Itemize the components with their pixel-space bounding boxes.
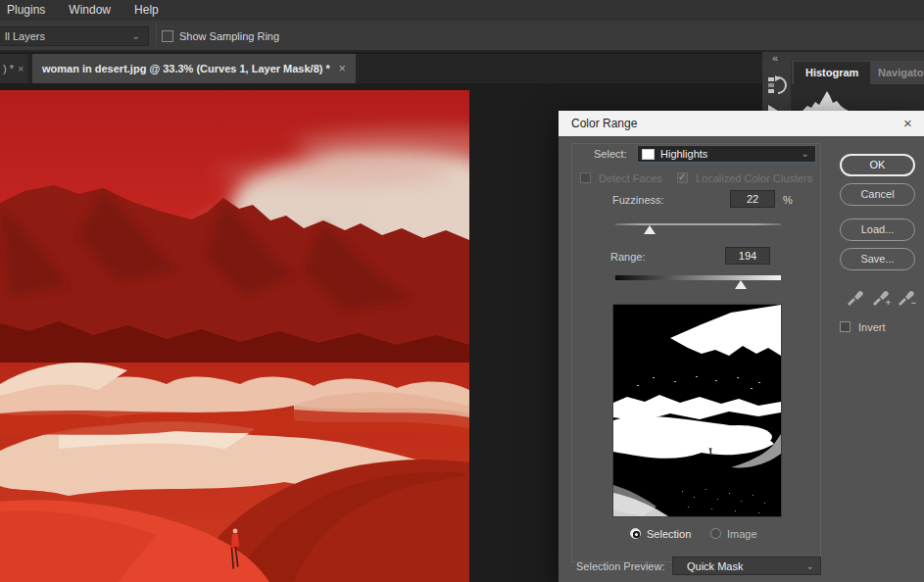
fuzziness-slider-thumb[interactable] bbox=[644, 225, 656, 234]
history-panel-icon[interactable] bbox=[767, 73, 789, 97]
invert-label: Invert bbox=[858, 321, 886, 333]
range-label: Range: bbox=[610, 251, 645, 263]
close-icon[interactable]: × bbox=[18, 63, 24, 74]
dialog-title-bar[interactable]: Color Range × bbox=[559, 111, 924, 136]
load-button[interactable]: Load... bbox=[840, 218, 915, 241]
photoshop-window: Plugins Window Help ll Layers ⌄ Show Sam… bbox=[0, 0, 924, 582]
tab-histogram[interactable]: Histogram bbox=[794, 62, 870, 84]
menu-plugins[interactable]: Plugins bbox=[0, 0, 57, 21]
eyedropper-plus-icon[interactable]: + bbox=[870, 285, 890, 307]
close-icon[interactable]: × bbox=[339, 54, 346, 83]
detect-faces-label: Detect Faces bbox=[599, 172, 662, 184]
detect-faces-checkbox[interactable] bbox=[580, 172, 591, 183]
select-label: Select: bbox=[594, 148, 627, 160]
selection-preview-dropdown[interactable]: Quick Mask ⌄ bbox=[672, 557, 821, 575]
selection-preview-value: Quick Mask bbox=[687, 558, 743, 575]
ok-button[interactable]: OK bbox=[840, 154, 915, 176]
invert-checkbox[interactable] bbox=[840, 321, 851, 332]
image-radio-label: Image bbox=[727, 528, 757, 540]
menu-window[interactable]: Window bbox=[57, 0, 122, 21]
desert-image bbox=[0, 90, 469, 582]
range-slider-thumb[interactable] bbox=[735, 280, 747, 289]
fuzziness-label: Fuzziness: bbox=[612, 194, 664, 206]
color-range-dialog: Color Range × Select: Highlights ⌄ Detec… bbox=[559, 111, 924, 582]
cancel-button[interactable]: Cancel bbox=[840, 183, 915, 206]
select-value: Highlights bbox=[660, 146, 707, 163]
tab-navigator[interactable]: Navigator bbox=[866, 62, 924, 84]
localized-clusters-label: Localized Color Clusters bbox=[696, 172, 812, 184]
show-sampling-ring-label: Show Sampling Ring bbox=[179, 30, 279, 42]
eyedropper-minus-icon[interactable]: − bbox=[896, 285, 915, 307]
show-sampling-ring-checkbox[interactable] bbox=[162, 30, 173, 42]
menu-help[interactable]: Help bbox=[122, 0, 170, 21]
highlights-swatch bbox=[642, 149, 655, 160]
range-slider-track[interactable] bbox=[615, 275, 781, 280]
selection-preview-label: Selection Preview: bbox=[576, 560, 665, 572]
chevron-down-icon: ⌄ bbox=[132, 27, 140, 45]
options-bar: ll Layers ⌄ Show Sampling Ring bbox=[0, 21, 924, 52]
save-button[interactable]: Save... bbox=[840, 248, 915, 270]
document-canvas-image[interactable] bbox=[0, 90, 469, 582]
selection-preview-thumbnail[interactable] bbox=[612, 304, 782, 517]
eyedropper-icon[interactable] bbox=[845, 285, 864, 307]
panel-tab-bar: Histogram Navigator bbox=[792, 61, 924, 84]
selection-radio-label: Selection bbox=[647, 528, 691, 540]
selection-radio[interactable] bbox=[630, 528, 641, 539]
range-input[interactable]: 194 bbox=[725, 247, 770, 265]
chevron-down-icon: ⌄ bbox=[802, 146, 809, 162]
tab-active-document[interactable]: woman in desert.jpg @ 33.3% (Curves 1, L… bbox=[32, 54, 356, 83]
close-icon[interactable]: × bbox=[903, 111, 912, 136]
localized-clusters-checkbox[interactable] bbox=[677, 172, 688, 183]
document-tab-bar: ) *× woman in desert.jpg @ 33.3% (Curves… bbox=[0, 54, 762, 83]
sample-layers-value: ll Layers bbox=[5, 30, 45, 42]
image-radio[interactable] bbox=[710, 528, 721, 539]
mask-preview-image bbox=[613, 305, 781, 516]
fuzziness-slider-track[interactable] bbox=[615, 223, 781, 225]
tab-partial-document[interactable]: ) *× bbox=[0, 54, 27, 83]
sample-layers-dropdown[interactable]: ll Layers ⌄ bbox=[0, 26, 149, 46]
chevron-down-icon: ⌄ bbox=[806, 558, 814, 575]
options-separator bbox=[156, 24, 157, 47]
fuzziness-input[interactable]: 22 bbox=[730, 190, 775, 208]
select-dropdown[interactable]: Highlights ⌄ bbox=[637, 145, 816, 163]
menu-bar: Plugins Window Help bbox=[0, 0, 924, 21]
active-document-title: woman in desert.jpg @ 33.3% (Curves 1, L… bbox=[42, 54, 330, 83]
dialog-title: Color Range bbox=[571, 111, 637, 136]
fuzziness-unit: % bbox=[783, 194, 793, 206]
